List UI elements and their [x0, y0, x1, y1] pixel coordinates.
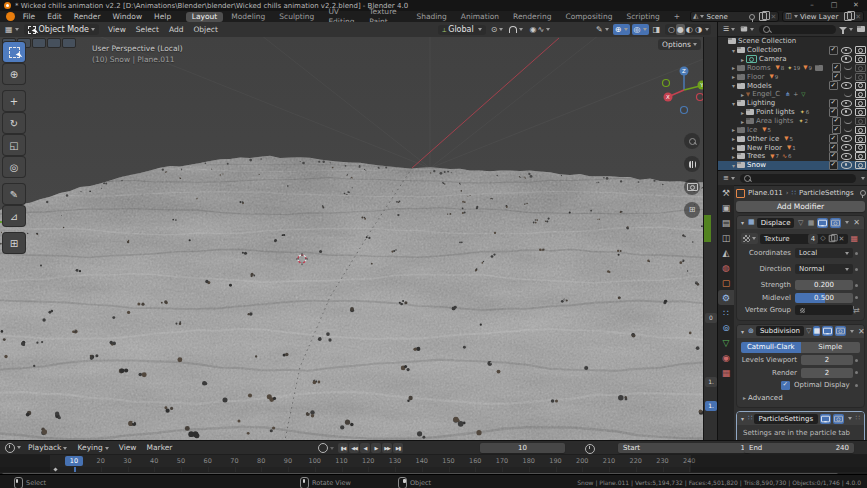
outliner-row-scene-collection[interactable]: Scene Collection: [718, 37, 867, 46]
tool-rotate[interactable]: ↻: [3, 113, 25, 133]
eye-open-icon[interactable]: [841, 82, 852, 90]
keyframe-dot[interactable]: [53, 467, 57, 471]
menu-file[interactable]: File: [17, 11, 42, 22]
properties-tab-object[interactable]: ▢: [718, 275, 734, 290]
expand-caret[interactable]: ▸: [730, 153, 737, 160]
render-visibility-icon[interactable]: [855, 152, 866, 160]
outliner-row-camera[interactable]: ▸Camera: [718, 55, 867, 64]
workspace-tab-modeling[interactable]: Modeling: [225, 12, 271, 22]
tool-tweak-select[interactable]: [3, 42, 25, 62]
workspace-tab-shading[interactable]: Shading: [410, 12, 452, 22]
displace-extras-icon[interactable]: [845, 221, 849, 224]
zoom-view-button[interactable]: [684, 133, 700, 149]
properties-tab-render[interactable]: ▣: [718, 200, 734, 215]
viewport-menu-object[interactable]: Object: [188, 25, 222, 34]
proportional-edit-button[interactable]: ◉∿: [527, 24, 552, 35]
displace-render-toggle[interactable]: [830, 218, 841, 228]
properties-tab-view-layer[interactable]: ◫: [718, 230, 734, 245]
show-overlays-button[interactable]: ◎: [632, 24, 649, 35]
frame-end-field[interactable]: End240: [744, 443, 854, 453]
coordinates-dropdown[interactable]: Local: [795, 248, 853, 258]
frame-start-field[interactable]: Start1: [618, 443, 750, 453]
displace-cage-toggle[interactable]: ▦: [807, 218, 815, 228]
snap-toggle-button[interactable]: [507, 24, 525, 35]
prev-keyframe-button[interactable]: ◀◀: [349, 443, 359, 453]
eye-closed-icon[interactable]: [844, 127, 852, 132]
eye-open-icon[interactable]: [841, 153, 852, 161]
outliner-row-snow[interactable]: ▾Snow: [718, 161, 867, 170]
eye-open-icon[interactable]: [841, 55, 852, 63]
properties-tab-texture[interactable]: ▦: [718, 365, 734, 380]
optimal-display-checkbox[interactable]: [781, 381, 790, 390]
xray-toggle-button[interactable]: ◨: [651, 24, 663, 35]
workspace-tab-compositing[interactable]: Compositing: [559, 12, 618, 22]
add-modifier-button[interactable]: Add Modifier: [736, 201, 865, 212]
vertex-group-field[interactable]: [795, 305, 853, 315]
tool-scale[interactable]: ◱: [3, 135, 25, 155]
unlink-scene-icon[interactable]: ✕: [770, 13, 776, 21]
render-animate-dot[interactable]: [853, 371, 860, 374]
editor-type-button[interactable]: ▦: [3, 24, 21, 35]
new-view-layer-icon[interactable]: [844, 12, 852, 21]
view-layer-selector[interactable]: ◫ View Layer ✕: [782, 11, 864, 22]
direction-animate-dot[interactable]: [853, 268, 860, 271]
particles-extras-icon[interactable]: [848, 417, 852, 420]
levels-animate-dot[interactable]: [853, 359, 860, 362]
pan-view-button[interactable]: [684, 156, 700, 172]
particlesettings-name[interactable]: ParticleSettings: [754, 414, 817, 424]
outliner-row-collection[interactable]: ▾Collection: [718, 46, 867, 55]
viewport-menu-view[interactable]: View: [103, 25, 131, 34]
strength-field[interactable]: 0.200: [795, 280, 853, 290]
filter-icon[interactable]: [839, 27, 847, 31]
render-visibility-icon[interactable]: [855, 82, 866, 90]
add-workspace-button[interactable]: +: [668, 12, 686, 22]
strength-animate-dot[interactable]: [853, 284, 860, 287]
properties-tab-output[interactable]: ▤: [718, 215, 734, 230]
exclude-checkbox[interactable]: [829, 46, 838, 55]
jump-to-start-button[interactable]: ▮◀: [338, 443, 348, 453]
pin-icon[interactable]: [749, 14, 755, 20]
maximize-button[interactable]: □: [823, 0, 845, 11]
timeline-menu-playback[interactable]: Playback: [23, 443, 72, 452]
select-mode-subtract-button[interactable]: [32, 38, 46, 48]
fake-user-icon[interactable]: ◇: [820, 235, 825, 242]
subdivision-extras-icon[interactable]: [850, 330, 854, 333]
perspective-toggle-button[interactable]: ⊞: [684, 202, 700, 218]
tool-move[interactable]: +: [3, 91, 25, 111]
sidebar-collapsed-panel[interactable]: 0 1. 1.: [703, 37, 717, 440]
timeline-editor-type-button[interactable]: [3, 442, 23, 453]
optimal-animate-dot[interactable]: [853, 384, 860, 387]
expand-caret[interactable]: ▸: [739, 118, 746, 125]
next-keyframe-button[interactable]: ▶▶: [382, 443, 392, 453]
breadcrumb-settings[interactable]: ParticleSettings: [799, 189, 854, 197]
subdivision-close-icon[interactable]: ✕: [858, 327, 865, 336]
workspace-tab-layout[interactable]: Layout: [186, 12, 224, 22]
render-visibility-icon[interactable]: [855, 90, 866, 98]
outliner-row-area-lights[interactable]: ▸Area lights✦2: [718, 117, 867, 126]
subdivision-realtime-toggle[interactable]: [822, 326, 833, 336]
direction-dropdown[interactable]: Normal: [795, 264, 853, 274]
outliner-row-lighting[interactable]: ▾Lighting: [718, 99, 867, 108]
timeline-ruler[interactable]: 1020304050607080901001101201301401501601…: [0, 454, 867, 467]
expand-caret[interactable]: ▾: [730, 162, 737, 169]
unlink-texture-icon[interactable]: ✕: [839, 234, 845, 244]
playhead[interactable]: 10: [65, 456, 83, 466]
particles-render-toggle[interactable]: [833, 414, 844, 424]
current-frame-field[interactable]: 10: [480, 443, 565, 453]
outliner-row-models[interactable]: ▾Models: [718, 81, 867, 90]
expand-caret[interactable]: ▸: [730, 144, 737, 151]
render-visibility-icon[interactable]: [855, 126, 866, 134]
outliner-row-engel-c[interactable]: ▸▼Engel_C⋔+▽: [718, 90, 867, 99]
new-texture-icon[interactable]: [828, 235, 834, 242]
options-dropdown[interactable]: Options: [658, 39, 701, 50]
particles-realtime-toggle[interactable]: [820, 414, 831, 424]
properties-tab-scene[interactable]: ◭: [718, 245, 734, 260]
expand-caret[interactable]: ▸: [739, 91, 746, 98]
eye-open-icon[interactable]: [841, 144, 852, 152]
properties-options-icon[interactable]: [861, 177, 865, 180]
properties-tab-material[interactable]: ◉: [718, 350, 734, 365]
expand-caret[interactable]: ▸: [730, 64, 737, 71]
expand-caret[interactable]: ▸: [730, 126, 737, 133]
shading-wireframe-button[interactable]: ○: [667, 24, 676, 35]
new-collection-button[interactable]: [857, 26, 865, 32]
